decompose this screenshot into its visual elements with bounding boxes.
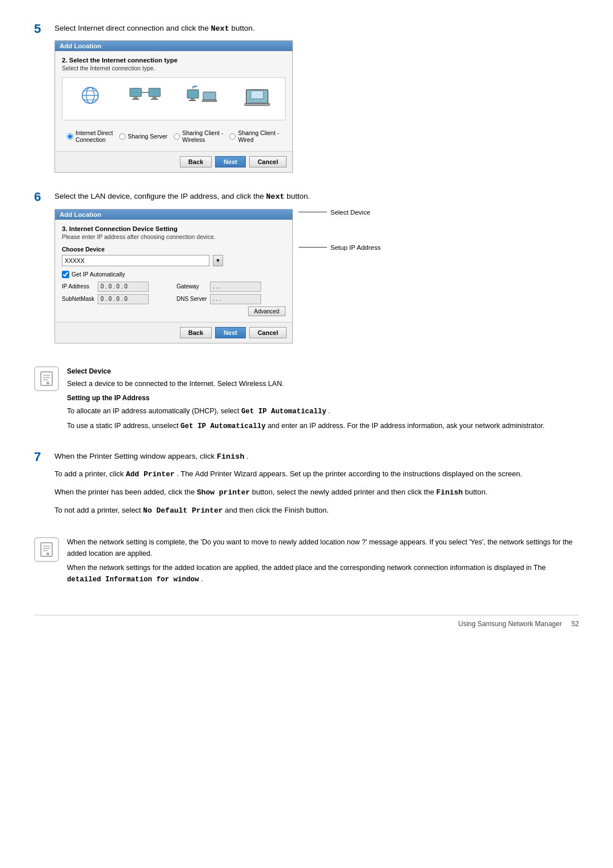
step-7-row: 7 When the Printer Setting window appear… [34,451,579,523]
device-input[interactable] [62,255,209,266]
add-location-dialog-2: Add Location 3. Internet Connection Devi… [54,209,293,343]
gateway-label: Gateway [177,283,207,290]
step-7-number: 7 [34,450,54,464]
step-6-content: Select the LAN device, configure the IP … [54,191,579,351]
select-device-annotation-text: Select Device [330,209,370,216]
dialog-2-next-button[interactable]: Next [215,327,246,338]
svg-rect-13 [191,98,194,100]
step-7-title: When the Printer Setting window appears,… [54,451,579,463]
step-7-content: When the Printer Setting window appears,… [54,451,579,523]
radio-row-1: Internet DirectConnection Sharing Server… [62,127,285,145]
dialog-1-section-title: 2. Select the Internet connection type [62,57,285,64]
radio-sharing-server[interactable]: Sharing Server [119,133,167,140]
dns-field[interactable] [210,294,261,304]
dropdown-arrow-icon[interactable]: ▼ [213,255,223,266]
advanced-btn-row: Advanced [62,307,285,316]
step-6-row: 6 Select the LAN device, configure the I… [34,191,579,351]
svg-rect-19 [251,91,263,99]
note-2-content: When the network setting is complete, th… [67,537,579,589]
note-icon-2 [34,537,59,562]
dialog-2-titlebar: Add Location [55,209,292,220]
dialog-1-button-row: Back Next Cancel [55,151,292,172]
choose-device-section: Choose Device ▼ [62,246,285,266]
note-1-setup-ip-body2: To use a static IP address, unselect Get… [67,421,579,432]
step-7-para1: To add a printer, click Add Printer . Th… [54,468,579,481]
ip-address-field[interactable] [98,282,149,292]
step-5-row: 5 Select Internet direct connection and … [34,23,579,181]
svg-rect-6 [133,97,137,99]
footer-label: Using Samsung Network Manager [458,620,562,628]
dialog-1-cancel-button[interactable]: Cancel [249,156,287,167]
note-box-1: Select Device Select a device to be conn… [34,363,579,439]
radio-sharing-client-wired[interactable]: Sharing Client -Wired [229,129,279,143]
dialog-1-titlebar: Add Location [55,41,292,51]
get-ip-checkbox[interactable] [62,271,69,278]
dialog-1-section-sub: Select the Internet connection type. [62,65,285,72]
gateway-field[interactable] [210,282,261,292]
svg-rect-5 [130,89,141,97]
dialog-2-cancel-button[interactable]: Cancel [249,327,287,338]
radio-internet-direct[interactable]: Internet DirectConnection [66,129,113,143]
dialog-1-back-button[interactable]: Back [180,156,212,167]
sharing-client-wired-icon [235,83,279,114]
annot-line-1 [299,212,327,212]
dialog-2-back-button[interactable]: Back [180,327,212,338]
dialog-2-body: 3. Internet Connection Device Setting Pl… [55,220,292,322]
step-7-paragraphs: To add a printer, click Add Printer . Th… [54,468,579,517]
step-6-title: Select the LAN device, configure the IP … [54,191,579,203]
add-location-dialog-1: Add Location 2. Select the Internet conn… [54,40,293,173]
note-2-body2: When the network settings for the added … [67,563,579,585]
step-5-number: 5 [34,22,54,36]
note-1-content: Select Device Select a device to be conn… [67,366,579,436]
sharing-server-icon [124,83,168,114]
svg-rect-14 [189,100,196,101]
ip-address-label: IP Address [62,283,94,290]
dialog-2-section-sub: Please enter IP address after choosing c… [62,233,285,240]
radio-sharing-client-wireless[interactable]: Sharing Client -Wireless [173,129,223,143]
note-1-select-device-body: Select a device to be connected to the I… [67,379,579,389]
internet-direct-icon [68,83,112,114]
connection-icons-row [62,77,285,120]
svg-rect-7 [132,99,140,100]
device-dropdown-row: ▼ [62,255,285,266]
get-ip-label: Get IP Automatically [72,271,125,278]
dialog-2-annotations: Select Device Setup IP Address [299,209,381,251]
sharing-client-wireless-icon [179,83,224,114]
svg-rect-12 [187,90,199,98]
svg-rect-9 [153,97,157,99]
advanced-button[interactable]: Advanced [248,307,285,316]
step-5-content: Select Internet direct connection and cl… [54,23,579,181]
step-5-title: Select Internet direct connection and cl… [54,23,579,35]
dns-label: DNS Server [177,296,207,302]
footer-page-num: 52 [572,620,579,628]
note-box-2: When the network setting is complete, th… [34,534,579,592]
note-1-setup-ip-body1: To allocate an IP address automatically … [67,406,579,417]
svg-rect-8 [149,89,160,97]
choose-device-label: Choose Device [62,246,285,253]
setup-ip-annotation-text: Setup IP Address [330,244,381,251]
note-2-body1: When the network setting is complete, th… [67,537,579,559]
page-footer: Using Samsung Network Manager 52 [34,615,579,628]
note-1-select-device-title: Select Device [67,366,579,377]
note-1-setup-ip-title: Setting up the IP Address [67,393,579,404]
dialog-2-section-title: 3. Internet Connection Device Setting [62,225,285,232]
dialog-2-annotated-wrapper: Add Location 3. Internet Connection Devi… [54,209,579,351]
select-device-annotation: Select Device [299,209,381,216]
note-icon-1 [34,366,59,391]
step-6-number: 6 [34,190,54,204]
get-ip-automatically-row[interactable]: Get IP Automatically [62,271,285,278]
step-7-para3: To not add a printer, select No Default … [54,505,579,517]
setup-ip-annotation: Setup IP Address [299,244,381,251]
svg-rect-10 [151,99,158,100]
subnet-field[interactable] [98,294,149,304]
annot-line-2 [299,247,327,248]
svg-rect-15 [203,92,216,100]
subnet-label: SubNetMask [62,296,94,302]
dialog-1-body: 2. Select the Internet connection type S… [55,51,292,151]
ip-address-grid: IP Address Gateway SubNetMask DNS Server [62,282,285,304]
svg-rect-16 [202,100,217,102]
step-7-para2: When the printer has been added, click t… [54,487,579,499]
svg-rect-18 [245,103,270,106]
dialog-2-button-row: Back Next Cancel [55,322,292,343]
dialog-1-next-button[interactable]: Next [215,156,246,167]
